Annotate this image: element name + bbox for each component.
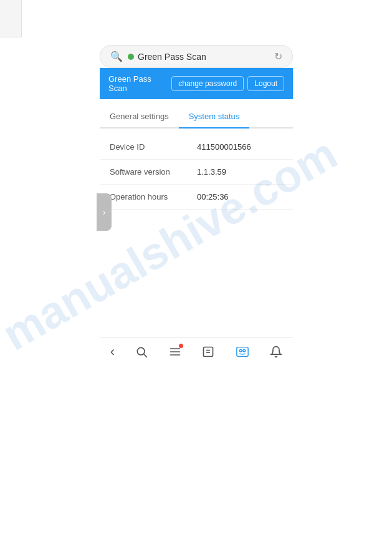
bell-icon[interactable] [270,346,282,358]
operation-hours-label: Operation hours [110,192,197,201]
software-version-row: Software version 1.1.3.59 [100,160,293,185]
main-container: 🔍 Green Pass Scan ↻ Green Pass Scan chan… [100,45,293,216]
side-handle[interactable]: › [97,193,112,231]
software-version-label: Software version [110,167,197,177]
menu-notification-dot [179,344,183,348]
svg-rect-8 [237,347,248,357]
change-password-button[interactable]: change password [171,76,244,91]
svg-point-9 [239,349,242,352]
logout-button[interactable]: Logout [247,76,284,91]
search-app-label: Green Pass Scan [138,52,206,62]
back-icon[interactable]: ‹ [110,344,115,360]
search-nav-icon[interactable] [135,346,148,358]
operation-hours-value: 00:25:36 [197,192,229,201]
status-dot [128,54,134,60]
content-area: Device ID 411500001566 Software version … [100,128,293,216]
device-id-row: Device ID 411500001566 [100,135,293,160]
side-handle-arrow: › [103,207,106,217]
tab-general-settings[interactable]: General settings [100,105,179,127]
face-icon[interactable] [236,345,249,359]
app-header: Green Pass Scan change password Logout [100,68,293,99]
app-header-title: Green Pass Scan [108,74,171,93]
search-bar[interactable]: 🔍 Green Pass Scan ↻ [100,45,293,68]
operation-hours-row: Operation hours 00:25:36 [100,185,293,210]
refresh-icon[interactable]: ↻ [274,51,282,62]
bottom-nav: ‹ [100,337,293,364]
info-icon[interactable] [202,346,214,358]
tab-system-status[interactable]: System status [179,105,250,127]
device-id-label: Device ID [110,142,197,152]
menu-icon[interactable] [169,346,181,358]
tabs-row: General settings System status [100,105,293,128]
svg-line-1 [144,354,147,357]
search-app-name: Green Pass Scan [128,52,274,62]
left-panel [0,0,22,37]
svg-point-10 [243,349,246,352]
software-version-value: 1.1.3.59 [197,167,226,177]
device-id-value: 411500001566 [197,142,251,152]
search-icon: 🔍 [110,51,123,62]
